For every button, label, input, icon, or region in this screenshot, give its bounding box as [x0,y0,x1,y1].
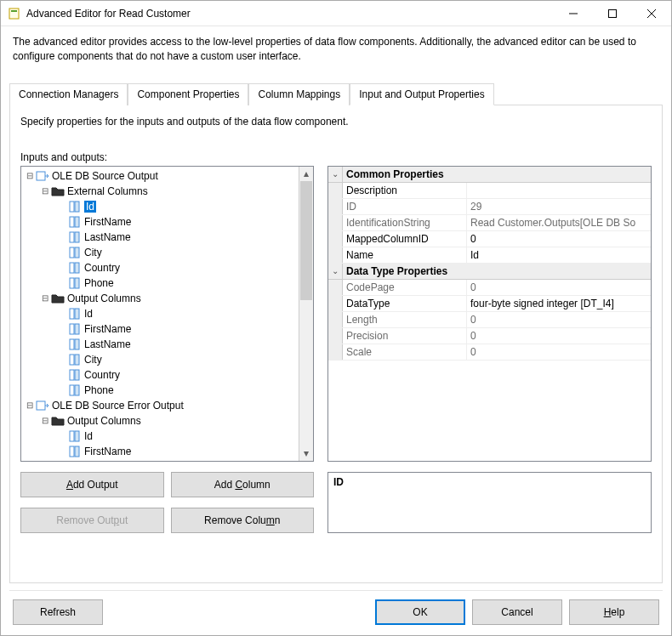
svg-rect-0 [9,9,19,19]
tree-item[interactable]: FirstName [23,321,313,337]
tree-item[interactable]: Phone [23,383,313,398]
collapse-icon[interactable]: ⊟ [25,400,35,410]
column-icon [68,429,82,443]
tree-item[interactable]: Id [23,429,313,444]
svg-rect-21 [70,324,74,334]
tree-item[interactable]: LastName [23,230,313,245]
tree-item[interactable]: Country [23,260,313,275]
button-bar: Refresh OK Cancel Help [1,591,671,635]
instruction-text: Specify properties for the inputs and ou… [20,116,652,151]
collapse-icon[interactable]: ⊟ [40,416,50,425]
tree-node-label: External Columns [67,185,148,197]
add-column-button[interactable]: Add Column [171,472,315,497]
tree-node-external-columns[interactable]: ⊟External Columns [23,184,313,199]
svg-rect-16 [75,263,79,273]
column-icon [68,368,82,382]
tree-node-label: OLE DB Source Output [52,170,158,182]
scroll-thumb[interactable] [300,181,312,300]
tree-node-label: OLE DB Source Error Output [52,400,184,412]
collapse-icon[interactable]: ⌄ [328,167,343,182]
tree-item-external-id[interactable]: Id [23,199,313,214]
collapse-icon[interactable]: ⊟ [40,293,50,303]
cancel-button[interactable]: Cancel [472,599,562,625]
tree-item[interactable]: City [23,352,313,367]
column-icon [68,338,82,351]
prop-row-mappedcolumnid[interactable]: MappedColumnID0 [328,231,651,247]
tree-item-label: Id [84,308,93,320]
svg-rect-32 [70,431,74,441]
prop-row-codepage[interactable]: CodePage0 [328,280,651,296]
scroll-up-icon[interactable]: ▴ [299,167,313,181]
svg-rect-7 [70,202,74,212]
column-icon [68,230,82,244]
tree-item[interactable]: Id [23,306,313,321]
tab-strip: Connection Managers Component Properties… [1,82,671,105]
property-detail-name: ID [333,476,646,488]
tree-item[interactable]: LastName [23,337,313,352]
help-button[interactable]: Help [569,599,659,625]
tree-node-label: Output Columns [67,292,141,304]
svg-rect-11 [70,232,74,242]
remove-column-button[interactable]: Remove Column [171,508,315,533]
prop-row-name[interactable]: NameId [328,247,651,264]
prop-category-datatype[interactable]: ⌄Data Type Properties [328,264,651,280]
tab-column-mappings[interactable]: Column Mappings [248,83,350,105]
svg-rect-18 [75,278,79,288]
tree-item-label: City [84,354,102,366]
tree-scrollbar[interactable]: ▴ ▾ [299,167,313,461]
refresh-button[interactable]: Refresh [13,599,103,625]
titlebar: Advanced Editor for Read Customer [1,1,671,26]
close-button[interactable] [632,1,671,26]
collapse-icon[interactable]: ⊟ [25,171,35,180]
tree-item-label: Phone [84,384,114,396]
prop-row-precision[interactable]: Precision0 [328,328,651,344]
tree-node-error-output[interactable]: ⊟OLE DB Source Error Output [23,398,313,413]
ok-button[interactable]: OK [375,599,465,625]
tab-connection-managers[interactable]: Connection Managers [9,83,128,105]
tree-node-output-columns[interactable]: ⊟Output Columns [23,291,313,306]
tree-item[interactable]: FirstName [23,444,313,459]
svg-rect-8 [75,202,79,212]
output-icon [36,399,49,412]
prop-row-identificationstring[interactable]: IdentificationStringRead Customer.Output… [328,215,651,231]
tree-node-source-output[interactable]: ⊟OLE DB Source Output [23,168,313,184]
column-icon [68,200,82,213]
column-icon [68,322,82,336]
minimize-button[interactable] [554,1,593,26]
tree-item-label: FirstName [84,323,131,335]
prop-row-id[interactable]: ID29 [328,199,651,215]
svg-rect-3 [609,9,617,17]
tree-item[interactable]: Country [23,367,313,383]
tab-input-output-properties[interactable]: Input and Output Properties [350,83,493,105]
scroll-down-icon[interactable]: ▾ [299,446,313,461]
tree-item-label: Country [84,369,120,381]
tree-item-label: Country [84,262,120,274]
column-icon [68,383,82,397]
prop-row-scale[interactable]: Scale0 [328,344,651,361]
svg-rect-14 [75,247,79,258]
tree-item[interactable]: City [23,245,313,260]
tree-item[interactable]: FirstName [23,214,313,230]
window-title: Advanced Editor for Read Customer [26,8,554,20]
tree-item[interactable]: Phone [23,275,313,291]
collapse-icon[interactable]: ⌄ [328,264,343,279]
output-icon [36,169,49,183]
add-output-button[interactable]: Add Output [20,472,164,497]
prop-row-description[interactable]: Description [328,183,651,199]
app-icon [8,7,21,20]
svg-rect-10 [75,217,79,227]
tab-component-properties[interactable]: Component Properties [128,83,248,105]
prop-row-length[interactable]: Length0 [328,312,651,328]
tree-item-label: Phone [84,277,114,289]
tree-node-output-columns-err[interactable]: ⊟Output Columns [23,413,313,429]
svg-rect-31 [37,401,45,410]
collapse-icon[interactable]: ⊟ [40,186,50,196]
property-grid[interactable]: ⌄Common Properties Description ID29 Iden… [327,166,652,462]
prop-category-common[interactable]: ⌄Common Properties [328,167,651,183]
maximize-button[interactable] [593,1,632,26]
svg-rect-27 [70,370,74,380]
prop-row-datatype[interactable]: DataTypefour-byte signed integer [DT_I4] [328,296,651,312]
tree-view[interactable]: ⊟OLE DB Source Output ⊟External Columns … [20,166,314,462]
svg-rect-12 [75,232,79,242]
window: Advanced Editor for Read Customer The ad… [0,0,672,636]
